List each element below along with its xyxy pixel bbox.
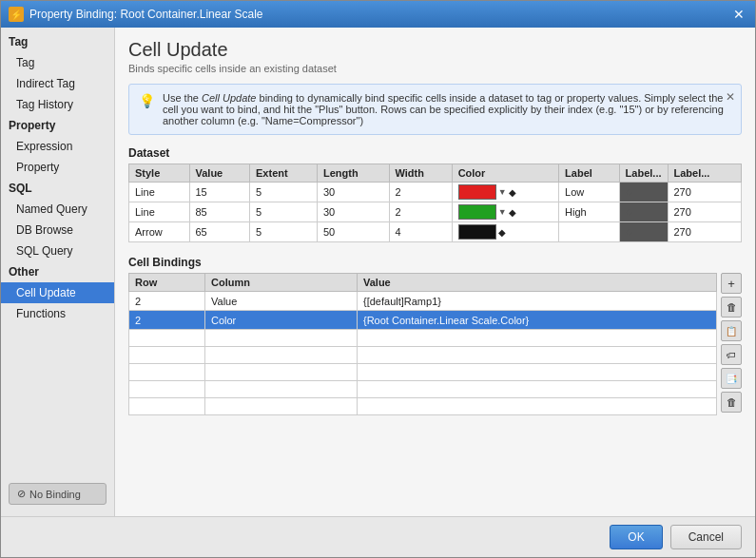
binding-empty-row bbox=[129, 364, 717, 381]
content-title: Cell Update bbox=[128, 39, 742, 61]
cell-extent: 5 bbox=[250, 202, 318, 222]
cell-color: ▼ ◆ bbox=[452, 183, 558, 202]
cell-label: Low bbox=[559, 183, 620, 202]
action-buttons-panel: + 🗑 📋 🏷 📑 🗑 bbox=[721, 273, 742, 415]
info-icon: 💡 bbox=[139, 93, 155, 108]
sidebar-section-tag: Tag bbox=[1, 31, 114, 52]
sidebar-item-db-browse[interactable]: DB Browse bbox=[1, 220, 114, 241]
bottom-bar: OK Cancel bbox=[1, 516, 755, 557]
close-button[interactable]: ✕ bbox=[730, 6, 747, 23]
cell-label bbox=[559, 222, 620, 242]
cell-label3: 270 bbox=[668, 202, 742, 222]
edit-binding-button[interactable]: 📋 bbox=[721, 320, 742, 341]
binding-row-num: 2 bbox=[129, 292, 205, 311]
binding-value: {[default]Ramp1} bbox=[358, 292, 717, 311]
color-edit-icon[interactable]: ◆ bbox=[498, 227, 506, 238]
content-subtitle: Binds specific cells inside an existing … bbox=[128, 63, 742, 74]
color-edit-icon[interactable]: ◆ bbox=[509, 207, 516, 218]
main-content: Tag Tag Indirect Tag Tag History Propert… bbox=[1, 28, 755, 516]
delete-binding-button[interactable]: 🗑 bbox=[721, 297, 742, 317]
sidebar: Tag Tag Indirect Tag Tag History Propert… bbox=[1, 28, 115, 516]
cancel-button[interactable]: Cancel bbox=[670, 525, 742, 549]
remove-binding-button[interactable]: 🗑 bbox=[721, 392, 742, 413]
no-binding-label: No Binding bbox=[29, 489, 81, 500]
sidebar-item-sql-query[interactable]: SQL Query bbox=[1, 241, 114, 261]
col-width: Width bbox=[389, 164, 452, 183]
bind-col-column: Column bbox=[205, 274, 358, 292]
cell-style: Arrow bbox=[129, 222, 190, 242]
cell-width: 2 bbox=[389, 183, 452, 202]
col-label2: Label... bbox=[619, 164, 668, 183]
label-dropdown[interactable]: ◆ bbox=[626, 227, 632, 237]
color-dropdown-arrow[interactable]: ▼ bbox=[498, 187, 507, 197]
binding-row[interactable]: 2 Value {[default]Ramp1} bbox=[129, 292, 717, 311]
sidebar-item-functions[interactable]: Functions bbox=[1, 303, 114, 324]
label-dropdown[interactable]: ◆ bbox=[626, 187, 632, 197]
info-close-button[interactable]: ✕ bbox=[726, 90, 735, 104]
binding-empty-row bbox=[129, 398, 717, 415]
bindings-area: Row Column Value 2 Value {[default]Ramp1… bbox=[128, 273, 742, 415]
cell-length: 30 bbox=[317, 202, 389, 222]
cell-label3: 270 bbox=[668, 183, 742, 202]
bind-col-value: Value bbox=[358, 274, 717, 292]
sidebar-item-named-query[interactable]: Named Query bbox=[1, 199, 114, 220]
cell-extent: 5 bbox=[250, 222, 318, 242]
bindings-table-container: Row Column Value 2 Value {[default]Ramp1… bbox=[128, 273, 717, 415]
table-row[interactable]: Arrow 65 5 50 4 ◆ ◆ bbox=[129, 222, 742, 242]
ok-button[interactable]: OK bbox=[610, 525, 662, 549]
cell-label3: 270 bbox=[668, 222, 742, 242]
binding-col-name: Value bbox=[205, 292, 358, 311]
cell-style: Line bbox=[129, 202, 190, 222]
cell-extent: 5 bbox=[250, 183, 318, 202]
sidebar-section-other: Other bbox=[1, 261, 114, 282]
color-swatch-green bbox=[458, 204, 496, 220]
color-dropdown-arrow[interactable]: ▼ bbox=[498, 207, 507, 217]
sidebar-item-indirect-tag[interactable]: Indirect Tag bbox=[1, 73, 114, 94]
binding-empty-row bbox=[129, 381, 717, 398]
sidebar-item-tag[interactable]: Tag bbox=[1, 52, 114, 73]
cell-width: 2 bbox=[389, 202, 452, 222]
col-extent: Extent bbox=[250, 164, 318, 183]
dataset-header-row: Style Value Extent Length Width Color La… bbox=[129, 164, 742, 183]
col-value: Value bbox=[189, 164, 250, 183]
sidebar-item-tag-history[interactable]: Tag History bbox=[1, 94, 114, 115]
sidebar-item-expression[interactable]: Expression bbox=[1, 136, 114, 157]
dataset-section-label: Dataset bbox=[128, 146, 742, 160]
binding-row-selected[interactable]: 2 Color {Root Container.Linear Scale.Col… bbox=[129, 311, 717, 330]
cell-label: High bbox=[559, 202, 620, 222]
sidebar-section-sql: SQL bbox=[1, 178, 114, 199]
binding-value: {Root Container.Linear Scale.Color} bbox=[358, 311, 717, 330]
sidebar-section-property: Property bbox=[1, 115, 114, 136]
cell-style: Line bbox=[129, 183, 190, 202]
color-swatch-black bbox=[458, 224, 496, 240]
binding-empty-row bbox=[129, 347, 717, 364]
window-icon: ⚡ bbox=[9, 7, 24, 22]
info-box: 💡 Use the Cell Update binding to dynamic… bbox=[128, 84, 742, 135]
binding-row-num: 2 bbox=[129, 311, 205, 330]
title-bar: ⚡ Property Binding: Root Container.Linea… bbox=[1, 1, 755, 28]
dataset-table: Style Value Extent Length Width Color La… bbox=[128, 164, 742, 242]
table-row[interactable]: Line 15 5 30 2 ▼ ◆ Low bbox=[129, 183, 742, 202]
cell-value: 15 bbox=[189, 183, 250, 202]
binding-col-name: Color bbox=[205, 311, 358, 330]
cell-label2: ◆ bbox=[619, 202, 668, 222]
cell-label2: ◆ bbox=[619, 222, 668, 242]
table-row[interactable]: Line 85 5 30 2 ▼ ◆ High bbox=[129, 202, 742, 222]
color-edit-icon[interactable]: ◆ bbox=[509, 187, 516, 198]
no-binding-button[interactable]: ⊘ No Binding bbox=[9, 483, 107, 505]
label-dropdown[interactable]: ◆ bbox=[626, 207, 632, 217]
bindings-table: Row Column Value 2 Value {[default]Ramp1… bbox=[128, 273, 717, 415]
col-length: Length bbox=[317, 164, 389, 183]
add-binding-button[interactable]: + bbox=[721, 273, 742, 294]
info-text: Use the Cell Update binding to dynamical… bbox=[163, 92, 731, 126]
bindings-header-row: Row Column Value bbox=[129, 274, 717, 292]
col-label3: Label... bbox=[668, 164, 742, 183]
sidebar-item-property[interactable]: Property bbox=[1, 157, 114, 178]
binding-empty-row bbox=[129, 330, 717, 347]
tag-binding-button[interactable]: 🏷 bbox=[721, 344, 742, 365]
copy-binding-button[interactable]: 📑 bbox=[721, 368, 742, 389]
no-binding-icon: ⊘ bbox=[17, 488, 26, 500]
col-label: Label bbox=[559, 164, 620, 183]
cell-value: 85 bbox=[189, 202, 250, 222]
sidebar-item-cell-update[interactable]: Cell Update bbox=[1, 282, 114, 303]
